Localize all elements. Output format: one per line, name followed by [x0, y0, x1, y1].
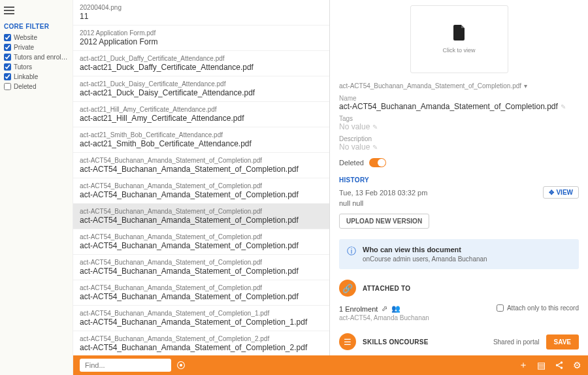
doc-title: 2012 Application Form	[80, 37, 323, 46]
who-sub: onCourse admin users, Amanda Buchanan	[363, 255, 487, 263]
filter-item[interactable]: Tutors	[4, 63, 69, 71]
deleted-toggle[interactable]	[369, 158, 386, 167]
chevron-down-icon: ▾	[524, 82, 527, 90]
doc-filename: act-ACT54_Buchanan_Amanda_Statement_of_C…	[80, 208, 323, 215]
doc-filename: act-ACT54_Buchanan_Amanda_Statement_of_C…	[80, 310, 323, 317]
doc-title: act-ACT54_Buchanan_Amanda_Statement_of_C…	[80, 318, 323, 327]
doc-filename: act-ACT54_Buchanan_Amanda_Statement_of_C…	[80, 259, 323, 266]
svg-point-1	[556, 364, 559, 367]
upload-new-version-button[interactable]: UPLOAD NEW VERSION	[339, 214, 429, 229]
doc-filename: act-act21_Duck_Daisy_Certificate_Attenda…	[80, 80, 323, 88]
doc-filename: act-ACT54_Buchanan_Amanda_Statement_of_C…	[80, 157, 323, 164]
doc-filename: act-act21_Hill_Amy_Certificate_Attendanc…	[80, 106, 323, 113]
share-icon[interactable]	[555, 361, 564, 370]
tags-label: Tags	[339, 115, 579, 122]
document-row[interactable]: act-ACT54_Buchanan_Amanda_Statement_of_C…	[73, 280, 329, 306]
preview-thumbnail[interactable]: Click to view	[410, 5, 508, 73]
document-row[interactable]: act-ACT54_Buchanan_Amanda_Statement_of_C…	[73, 153, 329, 178]
people-icon[interactable]: 👥	[391, 304, 400, 313]
doc-title: act-ACT54_Buchanan_Amanda_Statement_of_C…	[80, 292, 323, 301]
description-label: Description	[339, 135, 579, 142]
filter-item[interactable]: Website	[4, 34, 69, 41]
core-filter-title: CORE FILTER	[4, 23, 69, 30]
attached-to-panel: 🔗 ATTACHED TO 1 Enrolment ⬀ 👥 act-ACT54,…	[339, 280, 579, 321]
document-row[interactable]: act-act21_Smith_Bob_Certificate_Attendan…	[73, 127, 329, 153]
document-row[interactable]: act-act21_Duck_Daisy_Certificate_Attenda…	[73, 76, 329, 102]
columns-icon[interactable]: ▤	[537, 360, 546, 370]
name-label: Name	[339, 95, 579, 102]
search-icon[interactable]: ⦿	[176, 360, 186, 370]
sidebar: CORE FILTER WebsitePrivateTutors and enr…	[0, 0, 73, 375]
breadcrumb-text: act-ACT54_Buchanan_Amanda_Statement_of_C…	[339, 82, 521, 90]
doc-title: act-act21_Smith_Bob_Certificate_Attendan…	[80, 139, 323, 148]
doc-filename: act-act21_Duck_Daffy_Certificate_Attenda…	[80, 55, 323, 62]
link-icon: 🔗	[339, 280, 356, 297]
doc-filename: act-ACT54_Buchanan_Amanda_Statement_of_C…	[80, 182, 323, 189]
doc-filename: act-ACT54_Buchanan_Amanda_Statement_of_C…	[80, 284, 323, 291]
doc-filename: 20200404.png	[80, 4, 323, 11]
shared-portal-label: Shared in portal	[493, 338, 540, 346]
document-row[interactable]: act-act21_Duck_Daffy_Certificate_Attenda…	[73, 51, 329, 76]
doc-title: act-act21_Hill_Amy_Certificate_Attendanc…	[80, 114, 323, 123]
doc-title: act-act21_Duck_Daffy_Certificate_Attenda…	[80, 63, 323, 72]
tags-value[interactable]: No value✎	[339, 122, 579, 131]
filter-item[interactable]: Deleted	[4, 83, 69, 90]
document-row[interactable]: 20200404.png11	[73, 0, 329, 25]
document-row[interactable]: act-ACT54_Buchanan_Amanda_Statement_of_C…	[73, 331, 329, 357]
add-icon[interactable]: ＋	[519, 359, 528, 371]
doc-title: act-ACT54_Buchanan_Amanda_Statement_of_C…	[80, 241, 323, 250]
bottom-bar: ⦿ ＋ ▤ ⚙	[73, 355, 588, 375]
save-button[interactable]: SAVE	[546, 334, 580, 350]
skills-title: SKILLS ONCOURSE	[363, 338, 429, 346]
detail-panel: Click to view act-ACT54_Buchanan_Amanda_…	[330, 0, 588, 375]
document-list: 20200404.png112012 Application Form.pdf2…	[73, 0, 330, 375]
document-row[interactable]: act-ACT54_Buchanan_Amanda_Statement_of_C…	[73, 255, 329, 280]
attach-only-checkbox[interactable]: Attach only to this record	[497, 304, 579, 312]
doc-filename: act-ACT54_Buchanan_Amanda_Statement_of_C…	[80, 233, 323, 240]
open-icon[interactable]: ⬀	[382, 304, 387, 313]
attached-title: ATTACHED TO	[363, 285, 410, 292]
doc-title: act-ACT54_Buchanan_Amanda_Statement_of_C…	[80, 343, 323, 352]
doc-title: act-ACT54_Buchanan_Amanda_Statement_of_C…	[80, 267, 323, 276]
history-title: HISTORY	[339, 176, 579, 184]
filter-item[interactable]: Private	[4, 44, 69, 51]
gear-icon[interactable]: ⚙	[573, 360, 581, 370]
filter-item[interactable]: Tutors and enrolled stu…	[4, 54, 69, 61]
view-button[interactable]: ✥ VIEW	[543, 186, 579, 199]
doc-title: act-act21_Duck_Daisy_Certificate_Attenda…	[80, 88, 323, 97]
document-row[interactable]: act-ACT54_Buchanan_Amanda_Statement_of_C…	[73, 306, 329, 331]
menu-icon[interactable]	[4, 7, 69, 16]
filter-item[interactable]: Linkable	[4, 73, 69, 80]
document-row[interactable]: act-ACT54_Buchanan_Amanda_Statement_of_C…	[73, 204, 329, 229]
edit-icon: ✎	[372, 144, 378, 151]
document-list-scroll[interactable]: 20200404.png112012 Application Form.pdf2…	[73, 0, 329, 375]
edit-icon: ✎	[561, 103, 566, 110]
document-row[interactable]: act-ACT54_Buchanan_Amanda_Statement_of_C…	[73, 229, 329, 255]
name-value[interactable]: act-ACT54_Buchanan_Amanda_Statement_of_C…	[339, 102, 579, 111]
doc-title: 11	[80, 12, 323, 21]
doc-title: act-ACT54_Buchanan_Amanda_Statement_of_C…	[80, 165, 323, 174]
doc-filename: 2012 Application Form.pdf	[80, 29, 323, 37]
who-can-view-panel: ⓘ Who can view this document onCourse ad…	[339, 239, 579, 269]
doc-filename: act-ACT54_Buchanan_Amanda_Statement_of_C…	[80, 335, 323, 342]
find-input[interactable]	[80, 359, 171, 372]
enrolment-link[interactable]: 1 Enrolment ⬀ 👥	[339, 304, 429, 313]
doc-filename: act-act21_Smith_Bob_Certificate_Attendan…	[80, 131, 323, 139]
history-date: Tue, 13 Feb 2018 03:32 pm	[339, 189, 427, 197]
expand-icon: ✥	[549, 189, 554, 196]
who-title: Who can view this document	[363, 246, 487, 253]
enrolment-sub: act-ACT54, Amanda Buchanan	[339, 314, 429, 321]
doc-title: act-ACT54_Buchanan_Amanda_Statement_of_C…	[80, 190, 323, 199]
pdf-icon	[453, 25, 466, 44]
doc-title: act-ACT54_Buchanan_Amanda_Statement_of_C…	[80, 216, 323, 225]
skills-icon: ☰	[339, 333, 356, 350]
document-row[interactable]: 2012 Application Form.pdf2012 Applicatio…	[73, 25, 329, 51]
deleted-label: Deleted	[339, 159, 364, 167]
edit-icon: ✎	[372, 123, 378, 131]
document-row[interactable]: act-act21_Hill_Amy_Certificate_Attendanc…	[73, 102, 329, 127]
history-by: null null	[339, 199, 427, 207]
preview-label: Click to view	[442, 47, 475, 54]
document-row[interactable]: act-ACT54_Buchanan_Amanda_Statement_of_C…	[73, 178, 329, 204]
breadcrumb[interactable]: act-ACT54_Buchanan_Amanda_Statement_of_C…	[339, 82, 579, 90]
description-value[interactable]: No value✎	[339, 142, 579, 152]
